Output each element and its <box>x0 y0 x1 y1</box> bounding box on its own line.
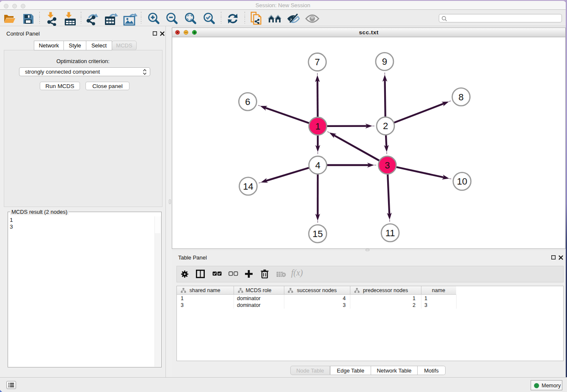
svg-text:4: 4 <box>315 160 320 170</box>
svg-text:3: 3 <box>385 160 390 170</box>
svg-text:8: 8 <box>459 91 464 102</box>
svg-text:1: 1 <box>315 121 320 131</box>
svg-text:9: 9 <box>382 56 387 67</box>
svg-text:10: 10 <box>457 176 467 187</box>
svg-text:11: 11 <box>385 227 395 238</box>
svg-text:2: 2 <box>383 121 388 131</box>
svg-text:14: 14 <box>243 181 253 191</box>
svg-text:7: 7 <box>315 57 320 67</box>
svg-text:6: 6 <box>245 96 250 107</box>
svg-text:15: 15 <box>312 229 322 239</box>
